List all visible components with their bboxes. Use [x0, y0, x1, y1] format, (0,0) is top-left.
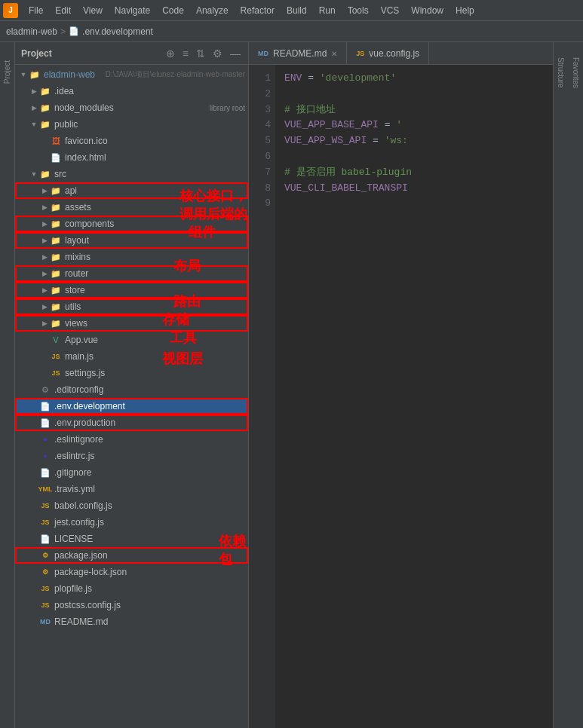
arrow-node-modules: ▶ [29, 102, 39, 113]
tree-utils[interactable]: ▶ 📁 utils [15, 298, 248, 315]
toolbar-icon-sort[interactable]: ⇅ [195, 46, 207, 61]
tree-eslintrc[interactable]: ● .eslintrc.js [15, 448, 248, 464]
toolbar-icon-minimize[interactable]: — [229, 46, 242, 61]
tree-label-editorconfig: .editorconfig [54, 384, 245, 395]
menu-code[interactable]: Code [156, 4, 190, 17]
toolbar-icon-add[interactable]: ⊕ [164, 46, 176, 61]
favorites-label[interactable]: Favorites [572, 57, 580, 88]
editor-line-2 [284, 87, 544, 102]
tree-env-development[interactable]: 📄 .env.development [15, 398, 248, 414]
arrow-idea: ▶ [29, 86, 39, 96]
project-label[interactable]: Project [3, 60, 11, 84]
menu-view[interactable]: View [77, 4, 109, 17]
tree-app-vue[interactable]: V App.vue [15, 332, 248, 348]
file-icon-jest: JS [39, 516, 51, 528]
tree-eslintignore[interactable]: ● .eslintignore [15, 431, 248, 448]
tab-readme-icon: MD [258, 50, 268, 57]
tree-label-env-production: .env.production [54, 418, 245, 428]
file-icon-babel: JS [39, 500, 51, 512]
tree-label-favicon: favicon.ico [65, 136, 245, 146]
tree-babel[interactable]: JS babel.config.js [15, 497, 248, 514]
tree-jest[interactable]: JS jest.config.js [15, 514, 248, 531]
menu-window[interactable]: Window [405, 4, 450, 17]
file-icon-gitignore: 📄 [39, 466, 51, 479]
tree-plopfile[interactable]: JS plopfile.js [15, 580, 248, 597]
tree-label-root: eladmin-web [44, 69, 103, 80]
tree-label-eslintrc: .eslintrc.js [54, 451, 245, 461]
menu-tools[interactable]: Tools [342, 4, 375, 17]
tree-root-path: D:\JAVA\项目\elunez-eladmin-web-master [106, 69, 245, 80]
folder-icon-idea: 📁 [39, 85, 51, 97]
app-icon: J [3, 3, 18, 18]
menu-refactor[interactable]: Refactor [235, 4, 281, 17]
tree-api[interactable]: ▶ 📁 api [15, 182, 248, 199]
tree-assets[interactable]: ▶ 📁 assets [15, 199, 248, 216]
file-icon-env-production: 📄 [39, 417, 51, 429]
tree-favicon[interactable]: 🖼 favicon.ico [15, 133, 248, 149]
tree-public[interactable]: ▼ 📁 public [15, 116, 248, 133]
tree-label-components: components [65, 219, 245, 229]
tree-travis[interactable]: YML .travis.yml [15, 481, 248, 497]
tree-label-travis: .travis.yml [54, 484, 245, 494]
tree-label-public: public [54, 119, 245, 130]
tree-label-main-js: main.js [65, 351, 245, 362]
tree-store[interactable]: ▶ 📁 store [15, 282, 248, 298]
tree-idea[interactable]: ▶ 📁 .idea [15, 83, 248, 99]
breadcrumb-project[interactable]: eladmin-web [6, 26, 57, 37]
breadcrumb-sep1: > [60, 26, 66, 37]
menu-analyze[interactable]: Analyze [190, 4, 235, 17]
editor-text[interactable]: ENV = 'development' # 接口地址 VUE_APP_BASE_… [275, 65, 553, 728]
tree-package-lock[interactable]: ⚙ package-lock.json [15, 564, 248, 580]
tree-components[interactable]: ▶ 📁 components [15, 216, 248, 232]
line-numbers: 1 2 3 4 5 6 7 8 9 [249, 65, 275, 728]
tree-readme[interactable]: MD README.md [15, 613, 248, 630]
menu-navigate[interactable]: Navigate [109, 4, 156, 17]
file-icon-settings-js: JS [50, 367, 62, 379]
menu-build[interactable]: Build [281, 4, 313, 17]
right-strip-favorites: Favorites [568, 42, 583, 728]
project-title: Project [21, 48, 160, 59]
tree-router[interactable]: ▶ 📁 router [15, 265, 248, 282]
tree-src[interactable]: ▼ 📁 src [15, 166, 248, 182]
menu-file[interactable]: File [23, 4, 49, 17]
structure-label[interactable]: Structure [557, 57, 565, 88]
tree-license[interactable]: 📄 LICENSE [15, 531, 248, 547]
tree-label-router: router [65, 268, 245, 279]
file-icon-eslintrc: ● [39, 450, 51, 462]
folder-icon-public: 📁 [39, 118, 51, 130]
tab-vue-config[interactable]: JS vue.config.js [347, 42, 429, 65]
tree-main-js[interactable]: JS main.js [15, 348, 248, 365]
tree-package-json[interactable]: ⚙ package.json [15, 547, 248, 564]
menu-run[interactable]: Run [313, 4, 342, 17]
menu-vcs[interactable]: VCS [375, 4, 406, 17]
tree-label-plopfile: plopfile.js [54, 583, 245, 594]
tree-settings-js[interactable]: JS settings.js [15, 365, 248, 381]
file-icon-favicon: 🖼 [50, 135, 62, 147]
tree-views[interactable]: ▶ 📁 views [15, 315, 248, 332]
tab-readme-close[interactable]: ✕ [331, 50, 337, 58]
tree-root[interactable]: ▼ 📁 eladmin-web D:\JAVA\项目\elunez-eladmi… [15, 66, 248, 83]
tree-label-license: LICENSE [54, 534, 245, 544]
tree-env-production[interactable]: 📄 .env.production [15, 414, 248, 431]
folder-icon-components: 📁 [50, 218, 62, 230]
right-strip-structure: Structure [553, 42, 568, 728]
tab-readme[interactable]: MD README.md ✕ [249, 42, 347, 65]
arrow-layout: ▶ [39, 235, 50, 246]
toolbar-icon-collapse[interactable]: ≡ [181, 46, 190, 61]
tree-editorconfig[interactable]: ⚙ .editorconfig [15, 381, 248, 398]
tree-gitignore[interactable]: 📄 .gitignore [15, 464, 248, 481]
file-icon-package-lock: ⚙ [39, 566, 51, 578]
menu-edit[interactable]: Edit [49, 4, 77, 17]
menu-help[interactable]: Help [450, 4, 480, 17]
editor-line-8: VUE_CLI_BABEL_TRANSPI [284, 181, 544, 197]
tree-label-api: api [65, 185, 245, 196]
file-icon-eslintignore: ● [39, 433, 51, 445]
tree-mixins[interactable]: ▶ 📁 mixins [15, 249, 248, 265]
tree-layout[interactable]: ▶ 📁 layout [15, 232, 248, 249]
tree-node-modules[interactable]: ▶ 📁 node_modules library root [15, 99, 248, 116]
toolbar-icon-settings[interactable]: ⚙ [211, 46, 224, 61]
tree-postcss[interactable]: JS postcss.config.js [15, 597, 248, 613]
tree-index-html[interactable]: 📄 index.html [15, 149, 248, 166]
tab-bar: MD README.md ✕ JS vue.config.js [249, 42, 553, 65]
file-tree: ▼ 📁 eladmin-web D:\JAVA\项目\elunez-eladmi… [15, 65, 248, 632]
